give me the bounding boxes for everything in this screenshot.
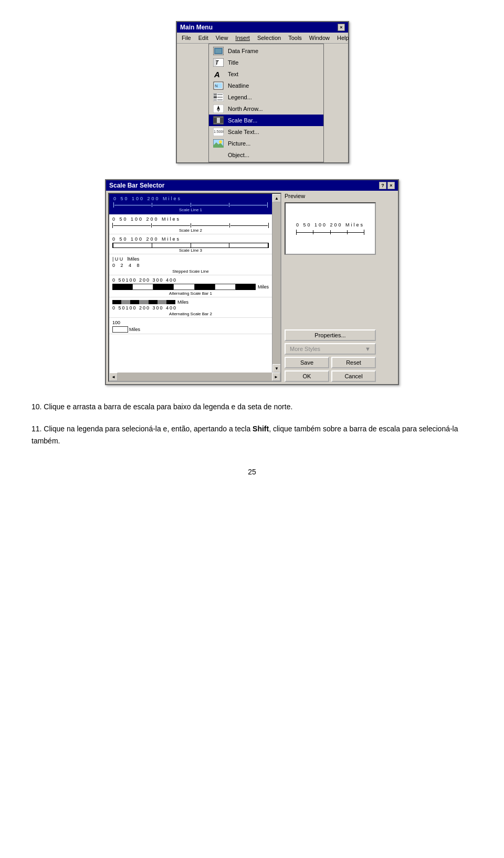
scroll-right-btn[interactable]: ►	[272, 373, 280, 381]
scale-bar-list: 0 50 100 200 Miles	[108, 193, 281, 382]
menu-edit[interactable]: Edit	[196, 34, 211, 42]
menu-insert[interactable]: Insert	[233, 34, 253, 42]
scale-text-icon: 1:50000	[213, 128, 224, 136]
scale-bar-icon	[213, 116, 224, 125]
menu-item-picture[interactable]: Picture...	[209, 138, 323, 149]
preview-label: Preview	[285, 193, 376, 199]
cancel-button[interactable]: Cancel	[331, 370, 376, 382]
list-content: 0 50 100 200 Miles	[109, 194, 272, 373]
menu-item-neatline-label: Neatline	[228, 82, 249, 89]
scale-line-3-label: Scale Line 3	[112, 248, 269, 253]
scale-bar-selector-titlebar: Scale Bar Selector ? ×	[106, 180, 398, 191]
alt-scale-bar-2-label: Alternating Scale Bar 2	[112, 312, 269, 316]
menu-file[interactable]: File	[179, 34, 194, 42]
insert-dropdown-menu: Data Frame T Title	[208, 44, 324, 162]
scale-line-2-label: Scale Line 2	[112, 228, 269, 233]
alt-scale-bar-1-item[interactable]: 0 50100 200 300 400	[109, 275, 272, 297]
stepped-scale-label: Stepped Scale Line	[112, 269, 269, 274]
scale-bar-selector-title: Scale Bar Selector	[109, 182, 164, 189]
svg-rect-13	[214, 99, 217, 101]
scale-line-1-label: Scale Line 1	[113, 208, 268, 212]
menu-item-text-label: Text	[228, 71, 238, 77]
menu-item-scale-text-label: Scale Text...	[228, 129, 259, 135]
save-reset-row: Save Reset	[285, 357, 376, 368]
scale-box-item[interactable]: 100 Miles	[109, 318, 272, 334]
alt-scale-bar-2-item[interactable]: Miles 0 50100 200 300 400 Alternating Sc…	[109, 297, 272, 318]
ok-button[interactable]: OK	[285, 370, 329, 382]
svg-rect-11	[214, 94, 217, 96]
menu-item-text[interactable]: A Text	[209, 68, 323, 80]
preview-box: 0 50 100 200 Miles	[285, 202, 376, 255]
svg-rect-2	[215, 49, 222, 53]
title-icon: T	[213, 58, 224, 67]
menu-item-object-label: Object...	[228, 152, 249, 158]
more-styles-button[interactable]: More Styles ▼	[285, 343, 376, 355]
menu-selection[interactable]: Selection	[255, 34, 284, 42]
preview-scale-numbers: 0 50 100 200 Miles	[296, 222, 364, 228]
svg-rect-22	[214, 118, 217, 123]
list-horizontal-scrollbar: ◄ ►	[109, 373, 280, 381]
menu-item-scale-text[interactable]: 1:50000 Scale Text...	[209, 126, 323, 138]
object-icon	[213, 151, 224, 159]
spacer	[285, 257, 376, 327]
svg-rect-5	[213, 58, 216, 67]
step-11-text1: 11. Clique na legenda para selecioná-la …	[32, 425, 253, 433]
scale-bar-selector-container: Scale Bar Selector ? ×	[105, 179, 399, 385]
picture-icon	[213, 139, 224, 148]
text-a-icon: A	[213, 70, 224, 78]
save-button[interactable]: Save	[285, 357, 329, 368]
list-vertical-scrollbar[interactable]: ▲ ▼	[272, 194, 280, 373]
close-btn[interactable]: ×	[387, 182, 395, 189]
north-arrow-icon	[213, 105, 224, 113]
svg-rect-23	[217, 118, 220, 123]
menu-item-scale-bar[interactable]: Scale Bar...	[209, 115, 323, 126]
scalebar-list-with-scrollbar: 0 50 100 200 Miles	[108, 193, 281, 382]
scale-line-2-item[interactable]: 0 50 100 200 Miles	[109, 214, 272, 234]
scalebar-buttons: Properties... More Styles ▼ Save Reset	[285, 329, 376, 382]
step-10-text: 10. Clique e arrasta a barra de escala p…	[32, 402, 292, 411]
list-main-area: 0 50 100 200 Miles	[109, 194, 280, 373]
scale-line-1-item[interactable]: 0 50 100 200 Miles	[109, 194, 272, 214]
menu-item-legend[interactable]: Legend...	[209, 91, 323, 103]
menu-item-neatline[interactable]: N Neatline	[209, 80, 323, 91]
neatline-icon: N	[213, 81, 224, 90]
svg-rect-14	[217, 94, 223, 95]
scroll-down-btn[interactable]: ▼	[272, 364, 280, 373]
help-btn[interactable]: ?	[379, 182, 386, 189]
step-11-bold: Shift	[253, 425, 269, 433]
menu-item-title[interactable]: T Title	[209, 57, 323, 68]
scale-bar-selector-window: Scale Bar Selector ? ×	[105, 179, 399, 385]
svg-rect-15	[217, 97, 223, 98]
menu-item-title-label: Title	[228, 59, 238, 66]
properties-button[interactable]: Properties...	[285, 329, 376, 341]
menu-item-legend-label: Legend...	[228, 94, 252, 100]
menu-view[interactable]: View	[213, 34, 231, 42]
menu-item-scale-bar-label: Scale Bar...	[228, 117, 257, 123]
menu-tools[interactable]: Tools	[286, 34, 304, 42]
menu-item-north-arrow[interactable]: North Arrow...	[209, 103, 323, 115]
svg-rect-24	[220, 118, 223, 123]
scroll-up-btn[interactable]: ▲	[272, 194, 280, 202]
svg-rect-12	[214, 96, 217, 98]
legend-icon	[213, 93, 224, 101]
page-number: 25	[248, 457, 256, 476]
main-menu-close-btn[interactable]: ×	[338, 24, 345, 31]
menu-window[interactable]: Window	[307, 34, 332, 42]
step-10-instruction: 10. Clique e arrasta a barra de escala p…	[32, 401, 292, 412]
stepped-scale-line-item[interactable]: | U U lMiles 0 2 4 8 Stepped Scale Line	[109, 254, 272, 275]
svg-text:1:50000: 1:50000	[214, 130, 224, 133]
scroll-left-btn[interactable]: ◄	[109, 373, 118, 381]
menu-help[interactable]: Help	[334, 34, 352, 42]
reset-button[interactable]: Reset	[331, 357, 376, 368]
step-11-instruction: 11. Clique na legenda para selecioná-la …	[32, 423, 472, 447]
h-scroll-track	[118, 373, 272, 381]
alt-scale-bar-1-label: Alternating Scale Bar 1	[112, 291, 269, 296]
scale-line-3-item[interactable]: 0 50 100 200 Miles	[109, 234, 272, 254]
ok-cancel-row: OK Cancel	[285, 370, 376, 382]
menu-item-data-frame[interactable]: Data Frame	[209, 45, 323, 57]
more-styles-label: More Styles	[290, 346, 320, 352]
main-menu-title: Main Menu	[180, 24, 213, 31]
svg-point-29	[219, 140, 222, 143]
menu-item-object[interactable]: Object...	[209, 149, 323, 161]
menu-item-north-arrow-label: North Arrow...	[228, 106, 263, 112]
